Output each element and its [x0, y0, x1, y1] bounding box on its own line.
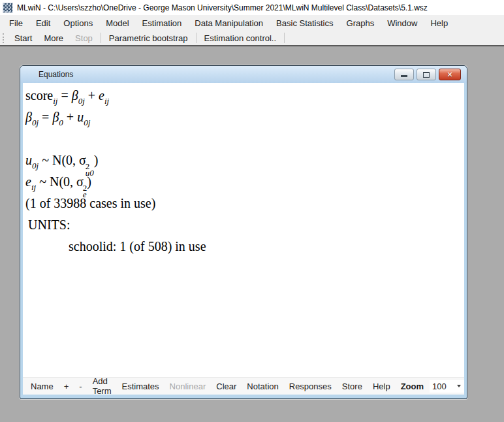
main-toolbar: StartMoreStopParametric bootstrapEstimat…: [0, 31, 504, 46]
equations-content[interactable]: scoreij = β0j + eijβ0j = β0 + u0ju0j ~ N…: [23, 83, 464, 377]
app-titlebar[interactable]: MLwiN - C:\Users\szzho\OneDrive - George…: [0, 0, 504, 15]
close-button[interactable]: ✕: [439, 69, 461, 80]
equations-toolbar-button-clear[interactable]: Clear: [211, 378, 242, 395]
equations-toolbar-button-plus[interactable]: +: [59, 378, 74, 395]
menu-item-model[interactable]: Model: [99, 15, 135, 31]
equation-line[interactable]: (1 of 33988 cases in use): [25, 193, 464, 214]
equation-line[interactable]: β0j = β0 + u0j: [25, 106, 464, 128]
equation-line[interactable]: scoreij = β0j + eij: [25, 85, 464, 106]
minimize-button[interactable]: [394, 69, 414, 80]
toolbar-button-estimation-control[interactable]: Estimation control..: [198, 31, 283, 45]
equations-window-title: Equations: [39, 70, 73, 79]
equations-toolbar-button-estimates[interactable]: Estimates: [117, 378, 165, 395]
toolbar-button-parametric-bootstrap[interactable]: Parametric bootstrap: [103, 31, 194, 45]
menu-item-graphs[interactable]: Graphs: [340, 15, 381, 31]
toolbar-separator: [284, 33, 285, 43]
equations-toolbar-button-nonlinear: Nonlinear: [165, 378, 212, 395]
equations-toolbar: Name+-Add TermEstimatesNonlinearClearNot…: [23, 377, 464, 395]
equations-toolbar-button-store[interactable]: Store: [337, 378, 368, 395]
menu-bar: FileEditOptionsModelEstimationData Manip…: [0, 15, 504, 31]
menu-item-options[interactable]: Options: [57, 15, 99, 31]
equations-window: Equations ✕ scoreij = β0j + eijβ0j = β0 …: [20, 65, 467, 399]
menu-item-help[interactable]: Help: [424, 15, 454, 31]
equations-toolbar-button-responses[interactable]: Responses: [284, 378, 337, 395]
close-icon: ✕: [447, 71, 452, 78]
equations-window-titlebar[interactable]: Equations ✕: [20, 66, 467, 83]
window-controls: ✕: [394, 69, 461, 80]
menu-item-file[interactable]: File: [3, 15, 29, 31]
equations-toolbar-button-add-term[interactable]: Add Term: [87, 378, 117, 395]
equations-toolbar-button-notation[interactable]: Notation: [242, 378, 283, 395]
mdi-background: Equations ✕ scoreij = β0j + eijβ0j = β0 …: [0, 48, 504, 422]
menu-item-window[interactable]: Window: [381, 15, 424, 31]
equation-line[interactable]: eij ~ N(0, σ2e): [25, 171, 464, 193]
equation-line[interactable]: schoolid: 1 (of 508) in use: [25, 236, 464, 257]
mlwin-app-icon: [3, 3, 12, 12]
toolbar-grip[interactable]: [3, 33, 6, 43]
equations-toolbar-button-name[interactable]: Name: [25, 378, 59, 395]
equations-toolbar-button-help[interactable]: Help: [368, 378, 396, 395]
menu-item-data-manipulation[interactable]: Data Manipulation: [188, 15, 270, 31]
toolbar-button-stop: Stop: [69, 31, 99, 45]
menu-item-basic-statistics[interactable]: Basic Statistics: [270, 15, 339, 31]
equations-toolbar-items: Name+-Add TermEstimatesNonlinearClearNot…: [25, 378, 429, 395]
app-title: MLwiN - C:\Users\szzho\OneDrive - George…: [17, 3, 428, 12]
equation-line[interactable]: UNITS:: [25, 214, 464, 236]
equations-toolbar-button-minus[interactable]: -: [74, 378, 87, 395]
toolbar-button-more[interactable]: More: [38, 31, 69, 45]
zoom-level-combobox[interactable]: 100: [430, 380, 464, 393]
menu-item-estimation[interactable]: Estimation: [136, 15, 189, 31]
equations-toolbar-button-zoom[interactable]: Zoom: [396, 378, 429, 395]
equation-line[interactable]: u0j ~ N(0, σ2u0): [25, 150, 464, 171]
restore-button[interactable]: [417, 69, 436, 80]
menu-item-edit[interactable]: Edit: [29, 15, 57, 31]
toolbar-separator: [196, 33, 197, 43]
minimize-icon: [401, 75, 407, 77]
equation-blank-line: [25, 128, 464, 150]
chevron-down-icon: [457, 385, 461, 387]
toolbar-separator: [101, 33, 101, 43]
zoom-level-value: 100: [432, 381, 447, 391]
restore-icon: [423, 72, 430, 78]
toolbar-button-start[interactable]: Start: [8, 31, 38, 45]
